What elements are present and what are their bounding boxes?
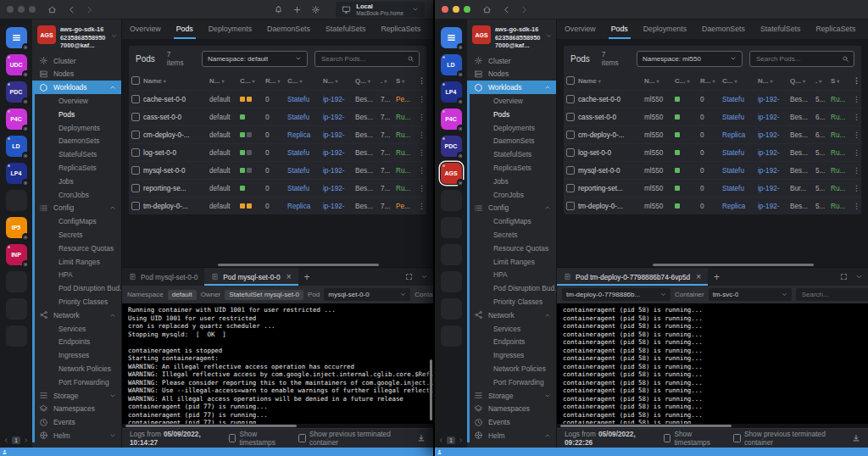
pod-node-link[interactable]: ip-192- [323, 185, 355, 192]
cluster-icon-inp[interactable]: INP [6, 244, 27, 265]
row-checkbox[interactable] [566, 166, 575, 175]
cluster-icon-ags[interactable]: AGS [441, 163, 462, 184]
sidebar-subitem-replicasets[interactable]: ReplicaSets [32, 161, 121, 175]
pod-node-link[interactable]: ip-192- [758, 114, 790, 121]
page-next-icon[interactable] [23, 437, 29, 443]
cluster-header[interactable]: AGSaws-go-sdk-1662358685589507000@kaf... [32, 19, 121, 54]
cluster-icon-lp4[interactable]: LP4 [6, 163, 27, 184]
column-header[interactable]: S▾ [831, 77, 853, 85]
minimize-button[interactable] [18, 6, 25, 13]
pod-row[interactable]: tm-deploy-0-...default0Replicaip-192-Bes… [129, 197, 426, 214]
user-status[interactable] [2, 449, 8, 455]
scrollbar-thumb[interactable] [560, 425, 732, 427]
column-header[interactable]: .▾ [815, 77, 831, 85]
pod-row[interactable]: mysql-set-0-0ml5500Statefuip-192-Bes...5… [564, 161, 861, 179]
sidebar-item-storage[interactable]: Storage [467, 389, 556, 403]
row-menu[interactable]: ⋮ [853, 184, 860, 192]
sidebar-item-helm[interactable]: Helm [467, 429, 556, 442]
sidebar-subitem-jobs[interactable]: Jobs [467, 175, 556, 188]
sidebar-subitem-deployments[interactable]: Deployments [32, 121, 121, 135]
pod-controlled-by-link[interactable]: Statefu [287, 185, 323, 192]
sidebar-item-namespaces[interactable]: Namespaces [467, 403, 556, 416]
sidebar-subitem-secrets[interactable]: Secrets [32, 228, 121, 242]
row-checkbox[interactable] [131, 113, 140, 121]
row-checkbox[interactable] [566, 184, 575, 192]
column-header[interactable]: N...▾ [323, 77, 355, 85]
pod-row[interactable]: cm-deploy-0-...ml5500Replicaip-192-Bes..… [564, 125, 861, 143]
checkbox-show-timestamps[interactable]: Show timestamps [229, 430, 287, 447]
pod-controlled-by-link[interactable]: Statefu [287, 167, 323, 175]
cluster-icon-ip5[interactable]: IP5 [6, 217, 27, 238]
row-menu[interactable]: ⋮ [418, 131, 425, 139]
sidebar-subitem-pod-disruption-bud-[interactable]: Pod Disruption Bud... [32, 281, 121, 295]
sidebar-item-helm[interactable]: Helm [32, 429, 121, 442]
namespace-select[interactable]: Namespace: default [202, 51, 308, 67]
pod-controlled-by-link[interactable]: Replica [722, 203, 758, 210]
sidebar-subitem-endpoints[interactable]: Endpoints [32, 336, 121, 349]
minimize-button[interactable] [453, 6, 459, 13]
sidebar-item-storage[interactable]: Storage [32, 389, 121, 403]
sidebar-item-namespaces[interactable]: Namespaces [32, 403, 121, 416]
tab-pods[interactable]: Pods [169, 19, 201, 39]
select-all-checkbox[interactable] [566, 76, 575, 85]
tab-statefulsets[interactable]: StatefulSets [753, 19, 808, 39]
cluster-icon-ld[interactable]: LD [441, 54, 462, 75]
pod-controlled-by-link[interactable]: Statefu [722, 149, 758, 157]
sidebar-subitem-cronjobs[interactable]: CronJobs [32, 188, 121, 202]
pod-controlled-by-link[interactable]: Statefu [722, 167, 758, 175]
sidebar-item-events[interactable]: Events [32, 415, 121, 429]
cluster-icon-ld[interactable]: LD [6, 136, 27, 157]
cluster-menu-chevron[interactable] [111, 32, 117, 41]
tab-statefulsets[interactable]: StatefulSets [318, 19, 373, 39]
forward-icon[interactable] [520, 5, 529, 14]
download-logs[interactable] [417, 434, 426, 442]
sidebar-subitem-hpa[interactable]: HPA [32, 269, 121, 282]
catalog-button[interactable] [441, 27, 462, 48]
pod-row[interactable]: tm-deploy-0-...ml5500Replicaip-192-Bes..… [564, 197, 861, 214]
download-logs[interactable] [852, 434, 860, 442]
cluster-icon-pdc[interactable]: PDC [6, 81, 27, 103]
scrollbar-thumb[interactable] [218, 264, 379, 266]
pod-controlled-by-link[interactable]: Replica [287, 203, 323, 210]
column-menu[interactable]: ⋮ [853, 76, 860, 85]
column-header[interactable]: S▾ [396, 77, 418, 85]
tab-pods[interactable]: Pods [604, 19, 636, 39]
column-header[interactable]: Name▾ [578, 77, 644, 85]
row-menu[interactable]: ⋮ [418, 148, 425, 157]
column-header[interactable]: Name▾ [143, 77, 209, 85]
filter-select[interactable]: tm-deploy-0-7798886b... [562, 288, 670, 301]
sidebar-subitem-services[interactable]: Services [32, 322, 121, 336]
sidebar-item-config[interactable]: Config [467, 202, 556, 215]
pod-controlled-by-link[interactable]: Statefu [287, 96, 323, 103]
pods-search-input[interactable] [320, 54, 403, 64]
pod-controlled-by-link[interactable]: Statefu [287, 114, 323, 121]
filter-select[interactable]: tm-svc-0 [709, 288, 792, 301]
sidebar-subitem-ingresses[interactable]: Ingresses [467, 348, 556, 362]
new-dock-tab[interactable]: + [708, 271, 726, 283]
pod-controlled-by-link[interactable]: Replica [287, 131, 323, 139]
sidebar-subitem-resource-quotas[interactable]: Resource Quotas [32, 242, 121, 255]
row-menu[interactable]: ⋮ [853, 131, 860, 139]
row-menu[interactable]: ⋮ [853, 95, 860, 103]
pod-row[interactable]: reporting-se...default0Statefuip-192-Bes… [129, 179, 426, 197]
sidebar-subitem-network-policies[interactable]: Network Policies [32, 362, 121, 375]
cluster-gear-badge[interactable] [22, 179, 30, 186]
sidebar-subitem-limit-ranges[interactable]: Limit Ranges [467, 255, 556, 269]
pod-row[interactable]: mysql-set-0-0default0Statefuip-192-Bes..… [129, 161, 426, 179]
row-menu[interactable]: ⋮ [418, 166, 425, 175]
pod-node-link[interactable]: ip-192- [758, 149, 790, 157]
sidebar-subitem-pod-disruption-bud-[interactable]: Pod Disruption Bud... [467, 281, 556, 295]
sidebar-subitem-configmaps[interactable]: ConfigMaps [467, 214, 556, 228]
user-status[interactable] [437, 449, 442, 455]
sidebar-subitem-services[interactable]: Services [467, 322, 556, 336]
sidebar-item-nodes[interactable]: Nodes [467, 68, 556, 81]
row-checkbox[interactable] [131, 131, 140, 139]
notifications-icon[interactable] [274, 5, 283, 14]
collapse-dock-icon[interactable] [855, 273, 863, 281]
pod-node-link[interactable]: ip-192- [758, 203, 790, 210]
column-header[interactable]: C...▾ [722, 77, 758, 85]
close-button[interactable] [7, 6, 14, 13]
checkbox-show-timestamps[interactable]: Show timestamps [664, 430, 721, 447]
column-header[interactable]: C...▾ [287, 77, 323, 85]
tab-jobs[interactable]: Jobs [863, 19, 868, 39]
